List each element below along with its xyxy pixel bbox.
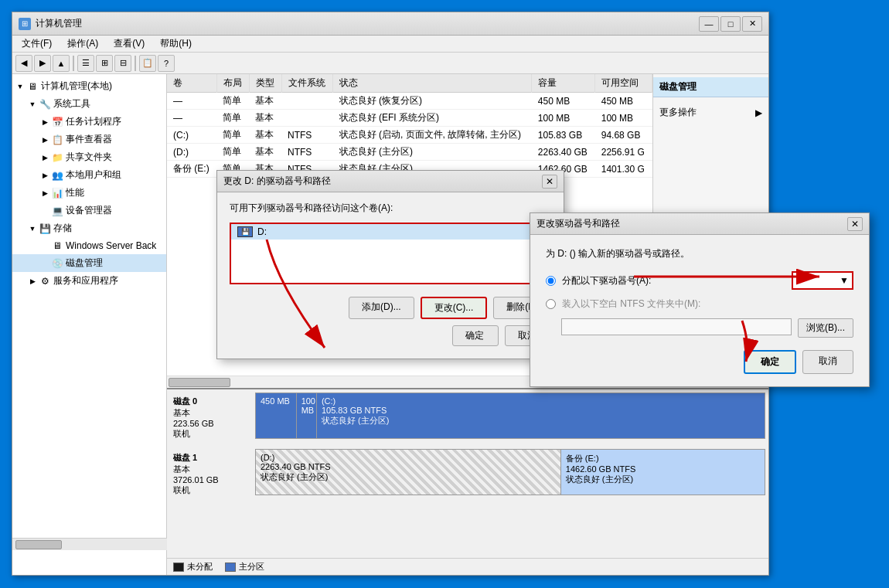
partition-1-0[interactable]: (D:) 2263.40 GB NTFS 状态良好 (主分区) [256, 450, 561, 495]
sidebar-item-device-manager[interactable]: ▶ 💻 设备管理器 [12, 202, 166, 219]
root-toggle[interactable]: ▼ [14, 80, 26, 93]
cell-status: 状态良好 (主分区) [333, 144, 532, 161]
system-tools-toggle[interactable]: ▼ [26, 98, 39, 110]
table-row[interactable]: (C:) 简单 基本 NTFS 状态良好 (启动, 页面文件, 故障转储, 主分… [167, 127, 652, 144]
cell-fs: NTFS [281, 144, 333, 161]
partition-0-2[interactable]: (C:) 105.83 GB NTFS 状态良好 (主分区) [317, 393, 765, 438]
task-scheduler-label: 任务计划程序 [66, 115, 121, 128]
sidebar-item-wserver-backup[interactable]: ▶ 🖥 Windows Server Back [12, 237, 166, 254]
drive-list-box[interactable]: 💾 D: [230, 223, 551, 284]
table-row[interactable]: (D:) 简单 基本 NTFS 状态良好 (主分区) 2263.40 GB 22… [167, 144, 652, 161]
disk-entry-0: 磁盘 0基本223.56 GB联机450 MB100 MB(C:) 105.83… [170, 393, 765, 443]
show-hide-button[interactable]: ☰ [77, 55, 94, 72]
up-button[interactable]: ▲ [53, 55, 70, 72]
sidebar-item-services[interactable]: ▶ ⚙ 服务和应用程序 [12, 272, 166, 290]
radio-assign[interactable] [546, 276, 556, 286]
cell-layout: 简单 [216, 127, 249, 144]
more-actions-item[interactable]: 更多操作 ▶ [653, 104, 768, 121]
cell-vol: — [167, 110, 216, 127]
sidebar-root[interactable]: ▼ 🖥 计算机管理(本地) [12, 77, 166, 95]
cell-fs: NTFS [281, 127, 333, 144]
menu-action[interactable]: 操作(A) [61, 36, 104, 52]
storage-toggle[interactable]: ▼ [26, 223, 39, 235]
drive-d-label: D: [257, 226, 267, 237]
dialog-change-drive-titlebar: 更改 D: 的驱动器号和路径 ✕ [217, 171, 564, 192]
col-status[interactable]: 状态 [333, 74, 532, 93]
col-vol[interactable]: 卷 [167, 74, 216, 93]
services-label: 服务和应用程序 [53, 274, 118, 287]
browse-button[interactable]: 浏览(B)... [798, 318, 853, 338]
sidebar-scrollbar[interactable] [12, 538, 167, 550]
menu-bar: 文件(F) 操作(A) 查看(V) 帮助(H) [12, 36, 768, 53]
sidebar-item-local-users[interactable]: ▶ 👥 本地用户和组 [12, 166, 166, 184]
ntfs-path-input[interactable] [561, 318, 792, 335]
menu-file[interactable]: 文件(F) [15, 36, 58, 52]
properties-button[interactable]: 📋 [139, 55, 156, 72]
drive-select[interactable]: F ▼ [792, 271, 853, 290]
event-viewer-toggle[interactable]: ▶ [39, 134, 51, 146]
inner-dialog-buttons: 确定 取消 [546, 347, 853, 377]
inner-ok-button[interactable]: 确定 [744, 350, 796, 374]
minimize-button[interactable]: — [699, 16, 719, 32]
sidebar-item-storage[interactable]: ▼ 💾 存储 [12, 219, 166, 237]
more-actions-arrow: ▶ [755, 107, 762, 118]
help-button[interactable]: ? [158, 55, 175, 72]
sidebar-item-event-viewer[interactable]: ▶ 📋 事件查看器 [12, 131, 166, 148]
legend-unallocated-box [173, 563, 184, 572]
outer-ok-button[interactable]: 确定 [452, 325, 499, 346]
cell-free: 100 MB [595, 110, 652, 127]
maximize-button[interactable]: □ [720, 16, 741, 32]
cell-cap: 450 MB [532, 93, 595, 110]
cell-layout: 简单 [216, 110, 249, 127]
disk-partitions-1: (D:) 2263.40 GB NTFS 状态良好 (主分区)备份 (E:) 1… [255, 449, 765, 495]
partition-1-1[interactable]: 备份 (E:) 1462.60 GB NTFS 状态良好 (主分区) [561, 450, 765, 495]
col-layout[interactable]: 布局 [216, 74, 249, 93]
inner-cancel-button[interactable]: 取消 [802, 350, 853, 374]
services-toggle[interactable]: ▶ [26, 275, 39, 287]
task-icon: 📅 [51, 116, 63, 128]
cell-type: 基本 [249, 127, 281, 144]
back-button[interactable]: ◀ [15, 55, 32, 72]
wserver-backup-label: Windows Server Back [66, 240, 156, 251]
new-window-button[interactable]: ⊟ [114, 55, 131, 72]
sidebar-item-disk-management[interactable]: ▶ 💿 磁盘管理 [12, 254, 166, 272]
shared-folders-toggle[interactable]: ▶ [39, 151, 51, 164]
perf-icon: 📊 [51, 187, 63, 199]
dialog-change-drive-close[interactable]: ✕ [542, 175, 557, 189]
table-row[interactable]: — 简单 基本 状态良好 (EFI 系统分区) 100 MB 100 MB [167, 110, 652, 127]
sidebar-item-task-scheduler[interactable]: ▶ 📅 任务计划程序 [12, 113, 166, 131]
partition-0-1[interactable]: 100 MB [297, 393, 317, 438]
dialog-inner-close[interactable]: ✕ [847, 217, 863, 231]
cell-free: 450 MB [595, 93, 652, 110]
sidebar-item-performance[interactable]: ▶ 📊 性能 [12, 184, 166, 202]
menu-help[interactable]: 帮助(H) [154, 36, 198, 52]
dialog-inner-instruction: 为 D: () 输入新的驱动器号或路径。 [546, 247, 853, 260]
radio-assign-label: 分配以下驱动器号(A): [562, 274, 651, 287]
legend-primary-label: 主分区 [239, 561, 264, 573]
radio-ntfs[interactable] [546, 299, 556, 309]
col-type[interactable]: 类型 [249, 74, 281, 93]
menu-view[interactable]: 查看(V) [107, 36, 151, 52]
cell-cap: 2263.40 GB [532, 144, 595, 161]
change-drive-button[interactable]: 更改(C)... [421, 297, 488, 319]
table-row[interactable]: — 简单 基本 状态良好 (恢复分区) 450 MB 450 MB [167, 93, 652, 110]
partition-0-0[interactable]: 450 MB [256, 393, 297, 438]
folder-icon: 📁 [51, 151, 63, 164]
dialog-change-drive-title: 更改 D: 的驱动器号和路径 [223, 175, 331, 188]
close-button[interactable]: ✕ [742, 16, 762, 32]
task-scheduler-toggle[interactable]: ▶ [39, 116, 51, 128]
view-button[interactable]: ⊞ [96, 55, 113, 72]
col-cap[interactable]: 容量 [532, 74, 595, 93]
forward-button[interactable]: ▶ [34, 55, 51, 72]
dialog-inner-content: 为 D: () 输入新的驱动器号或路径。 分配以下驱动器号(A): F ▼ 装入… [530, 235, 869, 386]
legend-unallocated-label: 未分配 [187, 561, 213, 573]
col-free[interactable]: 可用空间 [595, 74, 652, 93]
local-users-toggle[interactable]: ▶ [39, 169, 51, 182]
performance-toggle[interactable]: ▶ [39, 187, 51, 199]
col-fs[interactable]: 文件系统 [281, 74, 333, 93]
sidebar-item-system-tools[interactable]: ▼ 🔧 系统工具 [12, 95, 166, 113]
drive-list-item-d[interactable]: 💾 D: [231, 224, 550, 240]
sidebar-item-shared-folders[interactable]: ▶ 📁 共享文件夹 [12, 148, 166, 166]
add-drive-button[interactable]: 添加(D)... [349, 297, 414, 319]
disk-entry-1: 磁盘 1基本3726.01 GB联机(D:) 2263.40 GB NTFS 状… [170, 449, 765, 499]
